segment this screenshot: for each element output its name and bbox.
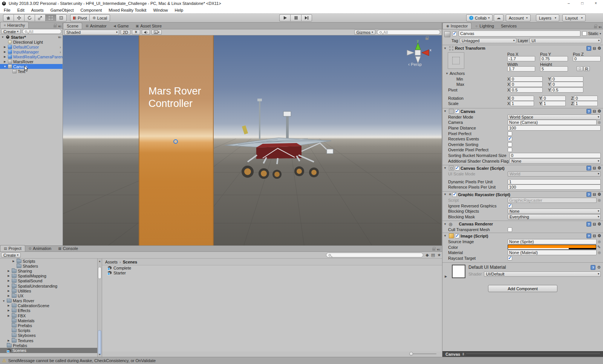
blocking-mask-dropdown[interactable]: Everything [508, 214, 601, 219]
material-object-field[interactable]: None (Material) [508, 250, 597, 255]
search-by-type-icon[interactable]: ◆ [425, 253, 429, 257]
project-folder-row[interactable]: ▶Scripts [0, 259, 97, 263]
lighting-toggle-button[interactable]: ☀ [132, 30, 140, 35]
canvas-renderer-header[interactable]: ▼ ◎ Canvas Renderer ?⊟⚙ [442, 221, 603, 227]
eyedropper-icon[interactable]: ✎ [597, 245, 601, 250]
expander-icon[interactable]: ▶ [12, 260, 15, 263]
gear-icon[interactable]: ⚙ [597, 109, 601, 114]
foldout-icon[interactable]: ▼ [444, 222, 448, 226]
tab-animation[interactable]: ⊙Animation [25, 245, 55, 251]
gear-icon[interactable]: ⚙ [597, 265, 601, 270]
layout-dropdown[interactable]: Layout▾ [562, 14, 586, 21]
project-folder-row[interactable]: ▶FBX [0, 313, 97, 318]
raycast-target-checkbox[interactable] [508, 256, 512, 260]
rotation-y-field[interactable]: 0 [542, 96, 566, 101]
hierarchy-item[interactable]: ▶MixedRealityCameraParent› [0, 54, 63, 59]
pivot-x-field[interactable]: 0.5 [510, 87, 543, 93]
zoom-slider-knob[interactable] [409, 352, 413, 356]
pause-button[interactable] [290, 14, 301, 21]
hierarchy-item[interactable]: Text [0, 69, 63, 74]
expander-icon[interactable]: ▶ [7, 270, 11, 273]
tab-console[interactable]: ▦Console [55, 245, 81, 251]
canvas-scaler-enabled-checkbox[interactable] [455, 166, 459, 171]
scale-x-field[interactable]: 1 [510, 101, 534, 106]
camera-object-field[interactable]: None (Camera) [508, 120, 597, 125]
pixel-perfect-checkbox[interactable] [508, 131, 512, 136]
rect-transform-header[interactable]: ▼ Rect Transform ?⊟⚙ [442, 45, 603, 51]
add-component-button[interactable]: Add Component [488, 285, 557, 292]
menu-assets[interactable]: Assets [31, 8, 44, 12]
layers-dropdown[interactable]: Layers▾ [536, 14, 559, 21]
lock-icon[interactable] [594, 26, 597, 28]
presets-icon[interactable]: ⊟ [593, 234, 596, 238]
material-preview-thumbnail[interactable] [452, 265, 465, 278]
hierarchy-item[interactable]: ▼Canvas [0, 64, 63, 69]
project-folder-row[interactable]: Skyboxes [0, 333, 97, 338]
dynamic-ppu-field[interactable]: 1 [508, 179, 601, 184]
presets-icon[interactable]: ⊟ [593, 192, 596, 196]
menu-edit[interactable]: Edit [17, 8, 24, 12]
anchor-min-x-field[interactable]: 0 [510, 76, 543, 82]
static-dropdown-icon[interactable]: ▾ [600, 32, 601, 35]
static-checkbox[interactable] [582, 31, 587, 36]
tab-scene[interactable]: Scene [63, 23, 82, 29]
menu-help[interactable]: Help [175, 8, 184, 12]
tab-lighting[interactable]: ☼Lighting [471, 23, 497, 29]
help-icon[interactable]: ? [586, 46, 591, 51]
gameobject-name-field[interactable]: Canvas [459, 30, 580, 37]
graphic-raycaster-header[interactable]: ▼ ⌖ Graphic Raycaster (Script) ?⊟⚙ [442, 191, 603, 198]
tab-project[interactable]: ▤Project [0, 245, 25, 251]
project-folder-row[interactable]: ▶Utilities [0, 288, 97, 293]
image-component-header[interactable]: ▼ Image (Script) ?⊟⚙ [442, 233, 603, 239]
step-button[interactable] [301, 14, 312, 21]
foldout-icon[interactable]: ▼ [444, 193, 448, 196]
favorites-icon[interactable]: ★ [437, 253, 441, 257]
project-folder-row[interactable]: Materials [0, 318, 97, 323]
rect-tool-button[interactable] [45, 14, 56, 21]
project-folder-row[interactable]: ▶UX [0, 293, 97, 298]
scale-y-field[interactable]: 1 [542, 101, 566, 106]
presets-icon[interactable]: ⊟ [593, 166, 596, 170]
expander-icon[interactable]: ▼ [3, 65, 7, 68]
expander-icon[interactable]: ▶ [7, 309, 11, 312]
menu-mixed-reality-toolkit[interactable]: Mixed Reality Toolkit [109, 8, 146, 12]
expander-icon[interactable]: ▶ [3, 50, 7, 53]
tab-services[interactable]: Services [497, 23, 520, 29]
pos-y-field[interactable]: 0.75 [540, 56, 568, 61]
hand-tool-button[interactable] [3, 14, 14, 21]
scale-z-field[interactable]: 1 [574, 101, 598, 106]
foldout-icon[interactable]: ▼ [444, 234, 448, 238]
pos-x-field[interactable]: -1.7 [507, 56, 535, 61]
project-folder-row[interactable]: Scripts [0, 328, 97, 333]
tab-inspector[interactable]: ◉Inspector [442, 23, 471, 29]
resize-handle-icon[interactable]: ⇕ [462, 352, 465, 356]
presets-icon[interactable]: ⊟ [593, 46, 596, 50]
graphic-raycaster-enabled-checkbox[interactable] [452, 192, 457, 197]
color-swatch[interactable] [508, 245, 596, 250]
cloud-button[interactable]: ☁ [494, 14, 504, 21]
local-toggle-button[interactable]: ⊕Local [89, 14, 110, 21]
expander-icon[interactable]: ▶ [7, 339, 11, 342]
project-folder-row[interactable]: ▶Effects [0, 308, 97, 313]
canvas-center-handle[interactable] [173, 139, 178, 144]
image-enabled-checkbox[interactable] [455, 234, 459, 238]
gizmos-dropdown[interactable]: Gizmos ▾ [354, 30, 375, 35]
project-folder-row[interactable]: ▶SpatialMapping [0, 274, 97, 279]
maximize-button[interactable]: □ [577, 0, 588, 6]
override-pixel-perfect-checkbox[interactable] [508, 148, 512, 152]
hierarchy-item[interactable]: Directional Light [0, 40, 63, 44]
breadcrumb-scenes[interactable]: Scenes [123, 260, 138, 264]
panel-menu-icon[interactable]: ▾≡ [437, 248, 440, 251]
project-create-button[interactable]: Create ▾ [1, 253, 21, 257]
canvas-enabled-checkbox[interactable] [455, 109, 459, 114]
move-tool-button[interactable] [14, 14, 24, 21]
canvas-component-header[interactable]: ▼ Canvas ?⊟⚙ [442, 108, 603, 114]
project-folder-row[interactable]: ▶CalibrationScene [0, 303, 97, 308]
hierarchy-search-input[interactable]: All [22, 29, 61, 34]
project-search-input[interactable] [326, 253, 423, 257]
2d-toggle-button[interactable]: 2D [121, 30, 130, 35]
expander-icon[interactable]: ▶ [7, 279, 11, 282]
project-folder-row[interactable]: Scenes [0, 348, 97, 353]
inspector-preview-bar[interactable]: Canvas ⇕ [442, 351, 603, 357]
project-folder-row[interactable]: Shaders [0, 263, 97, 268]
